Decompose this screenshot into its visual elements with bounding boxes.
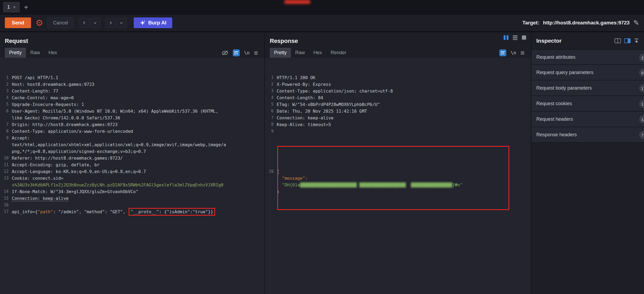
response-lines: 1HTTP/1.1 200 OK2X-Powered-By: Express3C… — [265, 74, 531, 135]
editor-tab-hex[interactable]: Hex — [44, 48, 61, 58]
repeater-tab-1[interactable]: 1 × — [3, 2, 20, 12]
editor-line: 1POST /api HTTP/1.1 — [0, 74, 264, 81]
editor-tab-hex[interactable]: Hex — [309, 48, 326, 58]
inspector-row-label: Request attributes — [536, 54, 575, 60]
editor-line: 8Keep-Alive: timeout=5 — [265, 121, 531, 128]
chevron-left-icon — [83, 21, 86, 25]
response-tab-group: PrettyRawHexRender — [270, 48, 351, 58]
editor-line: "message": — [265, 175, 531, 182]
editor-tab-pretty[interactable]: Pretty — [5, 48, 26, 58]
show-newlines-icon[interactable]: \n — [511, 50, 516, 56]
editor-line: 10{ — [265, 168, 531, 175]
edit-target-pencil-icon[interactable]: ✎ — [633, 19, 639, 27]
inspector-row-request-cookies[interactable]: Request cookies1 — [531, 96, 644, 112]
count-badge: 0 — [639, 69, 644, 77]
inspector-rows: Request attributes2Request query paramet… — [531, 49, 644, 143]
inspector-header-icons — [615, 38, 639, 43]
layout-view-icons — [503, 35, 527, 40]
editor-tab-render[interactable]: Render — [326, 48, 351, 58]
count-badge: 1 — [639, 84, 644, 92]
response-editor-icons: \n ≡ — [499, 49, 526, 56]
editor-line: } — [265, 188, 531, 195]
editor-tab-raw[interactable]: Raw — [26, 48, 44, 58]
stacked-layout-icon[interactable] — [512, 35, 518, 40]
editor-line: 14If-None-Match: W/"34-3m+glJQXX/gluZm+G… — [0, 188, 264, 195]
add-tab-button[interactable]: + — [24, 3, 28, 11]
close-tab-icon[interactable]: × — [13, 5, 16, 10]
chevron-down-icon — [93, 21, 97, 25]
editor-line: 4Content-Length: 84 — [265, 94, 531, 101]
burp-ai-label: Burp AI — [148, 20, 166, 26]
send-button[interactable]: Send — [5, 17, 31, 28]
inspector-row-request-headers[interactable]: Request headers14 — [531, 112, 644, 127]
response-editor[interactable]: 1HTTP/1.1 200 OK2X-Powered-By: Express3C… — [265, 58, 531, 294]
editor-line: 16 — [0, 202, 264, 208]
inspector-row-label: Request headers — [536, 116, 573, 122]
request-panel: Request PrettyRawHex — [0, 32, 265, 294]
repeater-tab-label: 1 — [7, 4, 10, 10]
request-editor-tabs: PrettyRawHex \n ≡ — [5, 48, 260, 58]
editor-line: 4Cache-Control: max-age=0 — [0, 94, 264, 101]
editor-line: 2X-Powered-By: Express — [265, 81, 531, 88]
inspector-header: Inspector — [531, 32, 644, 49]
inspector-row-label: Response headers — [536, 132, 577, 138]
editor-line: 12Accept-Language: ko-KR,ko;q=0.9,en-US;… — [0, 168, 264, 175]
word-wrap-icon[interactable] — [233, 49, 240, 56]
editor-tab-pretty[interactable]: Pretty — [270, 48, 291, 58]
count-badge: 7 — [639, 131, 644, 139]
single-view-layout-icon[interactable] — [521, 35, 527, 40]
editor-line: 11Accept-Encoding: gzip, deflate, br — [0, 161, 264, 168]
response-panel: Response PrettyRawHexRender \n ≡ 1HTT — [265, 32, 531, 294]
word-wrap-icon[interactable] — [499, 49, 506, 56]
cancel-button[interactable]: Cancel — [47, 17, 74, 28]
inspector-panel: Inspector Request attributes2Request que… — [531, 32, 644, 294]
collapse-inspector-icon[interactable] — [634, 38, 639, 43]
docked-view-icon[interactable] — [624, 38, 631, 43]
inspector-row-request-query-parameters[interactable]: Request query parameters0 — [531, 65, 644, 80]
back-dropdown-button[interactable] — [90, 18, 100, 28]
response-editor-tabs: PrettyRawHexRender \n ≡ — [270, 48, 526, 58]
settings-gear-icon[interactable]: ⚙ — [35, 19, 43, 27]
sparkle-icon — [140, 20, 145, 26]
burp-ai-button[interactable]: Burp AI — [134, 17, 172, 28]
editor-line: text/html,application/xhtml+xml,applicat… — [0, 141, 264, 148]
editor-line: png,*/*;q=0.8,application/signed-exchang… — [0, 148, 264, 155]
target-label: Target: — [522, 20, 539, 26]
request-lines: 1POST /api HTTP/1.12Host: host8.dreamhac… — [0, 74, 264, 215]
repeater-toolbar: Send ⚙ Cancel Burp AI Target: http://hos… — [0, 14, 644, 32]
editor-line: s%3AU3v3kKd6APLf1oZj2Q3h0oueZzzByLNh.pzD… — [0, 182, 264, 188]
inspector-row-response-headers[interactable]: Response headers7 — [531, 127, 644, 143]
request-title: Request — [5, 38, 260, 45]
side-by-side-layout-icon[interactable] — [503, 35, 509, 40]
editor-line: "DH{01a██████████████████████ ██████████… — [265, 182, 531, 188]
chevron-down-icon — [119, 21, 123, 25]
editor-line: 9 — [265, 128, 531, 135]
editor-line: 17api_info={"path": "/admin", "method": … — [0, 208, 264, 215]
history-nav-group — [80, 18, 100, 28]
count-badge: 14 — [639, 115, 644, 123]
editor-line: 6Date: Thu, 20 Nov 2025 11:42:16 GMT — [265, 108, 531, 115]
request-editor[interactable]: 1POST /api HTTP/1.12Host: host8.dreamhac… — [0, 58, 264, 294]
editor-line: 7Connection: keep-alive — [265, 115, 531, 121]
show-newlines-icon[interactable]: \n — [244, 50, 249, 56]
back-button[interactable] — [80, 18, 89, 28]
forward-nav-group — [106, 18, 126, 28]
inspector-title: Inspector — [536, 38, 562, 44]
editor-line: like Gecko) Chrome/142.0.0.0 Safari/537.… — [0, 115, 264, 121]
editor-menu-icon[interactable]: ≡ — [521, 50, 525, 56]
inspector-row-label: Request query parameters — [536, 70, 593, 75]
response-json-body: 10{ "message": "DH{01a██████████████████… — [265, 148, 531, 208]
forward-button[interactable] — [106, 18, 115, 28]
target-area: Target: http://host8.dreamhack.games:972… — [522, 19, 639, 27]
hide-eye-slash-icon[interactable] — [222, 50, 229, 56]
editor-line: 9Accept: — [0, 135, 264, 141]
editor-tab-raw[interactable]: Raw — [291, 48, 309, 58]
editor-menu-icon[interactable]: ≡ — [254, 50, 258, 56]
inspector-row-request-body-parameters[interactable]: Request body parameters1 — [531, 80, 644, 96]
split-view-icon[interactable] — [615, 38, 621, 43]
forward-dropdown-button[interactable] — [117, 18, 126, 28]
inspector-row-request-attributes[interactable]: Request attributes2 — [531, 49, 644, 65]
redacted-region — [284, 0, 310, 4]
request-header: Request PrettyRawHex — [0, 32, 264, 58]
editor-line: 7Origin: http://host8.dreamhack.games:97… — [0, 121, 264, 128]
